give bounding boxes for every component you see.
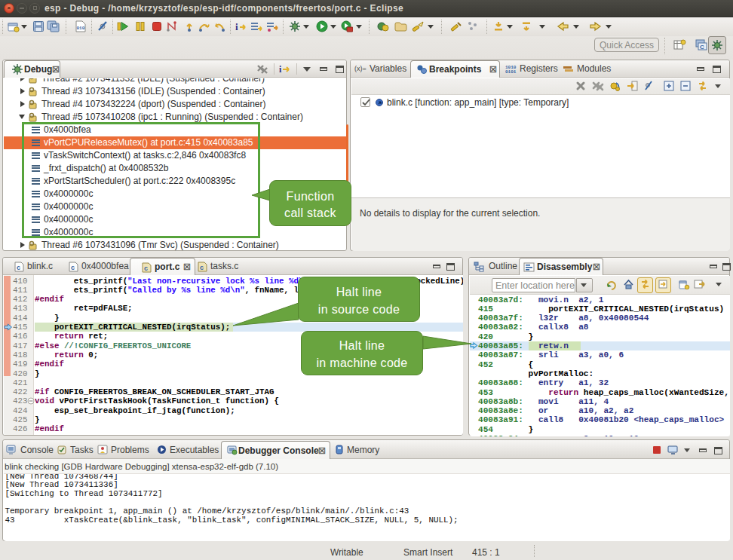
svg-text:(x)=: (x)= — [354, 65, 366, 72]
svg-text:0101: 0101 — [505, 69, 517, 75]
svg-text:c: c — [200, 264, 204, 271]
svg-text:c: c — [71, 264, 75, 271]
svg-text:i: i — [279, 64, 282, 75]
svg-text:i: i — [235, 21, 238, 32]
svg-text:C: C — [700, 44, 704, 50]
svg-text:010: 010 — [77, 26, 85, 31]
svg-text:c: c — [17, 264, 20, 271]
svg-text:c: c — [144, 265, 148, 272]
